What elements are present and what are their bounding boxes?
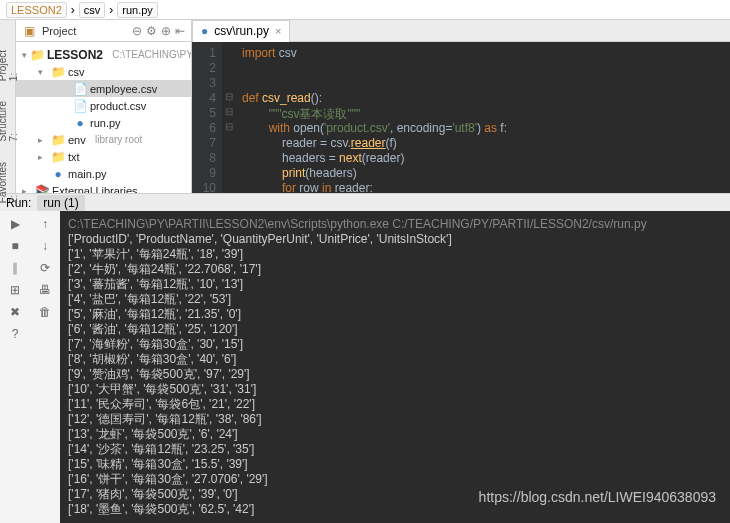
line-gutter: 12345678910	[192, 42, 222, 193]
breadcrumb-sep: ›	[71, 3, 75, 17]
structure-tool-tab[interactable]: 7: Structure	[0, 101, 19, 142]
down-icon[interactable]: ↓	[42, 239, 48, 253]
tool-window-bar-left: 1: Project 7: Structure 2: Favorites	[0, 20, 16, 193]
folder-icon: 📁	[51, 134, 65, 146]
python-file-icon: ●	[201, 24, 208, 38]
project-sidebar-header: ▣ Project ⊖ ⚙ ⊕ ⇤	[16, 20, 191, 42]
tree-folder-txt[interactable]: ▸📁 txt	[16, 148, 191, 165]
tree-file-main[interactable]: ● main.py	[16, 165, 191, 182]
locate-icon[interactable]: ⊕	[161, 24, 171, 38]
breadcrumb-root[interactable]: LESSON2	[6, 2, 67, 18]
close-icon[interactable]: ×	[275, 25, 281, 37]
tree-root[interactable]: ▾📁 LESSON2 C:\TEACHING\PY	[16, 46, 191, 63]
pause-icon[interactable]: ∥	[12, 261, 18, 275]
editor-tab-bar: ● csv\run.py ×	[192, 20, 730, 42]
libraries-icon: 📚	[35, 185, 49, 194]
tree-file-run[interactable]: ● run.py	[16, 114, 191, 131]
project-icon: ▣	[22, 25, 36, 37]
run-config-tab[interactable]: run (1)	[37, 195, 84, 211]
file-icon: 📄	[73, 100, 87, 112]
python-file-icon: ●	[73, 117, 87, 129]
gear-icon[interactable]: ⚙	[146, 24, 157, 38]
editor-tab-label: csv\run.py	[214, 24, 269, 38]
up-icon[interactable]: ↑	[42, 217, 48, 231]
print-icon[interactable]: 🖶	[39, 283, 51, 297]
code-content[interactable]: import csv def csv_read(): """csv基本读取"""…	[236, 42, 730, 193]
restore-icon[interactable]: ⟳	[40, 261, 50, 275]
remove-icon[interactable]: ✖	[10, 305, 20, 319]
editor-area: ● csv\run.py × 12345678910 ⊟⊟⊟ import cs…	[192, 20, 730, 193]
project-tab-label[interactable]: Project	[42, 25, 76, 37]
hide-icon[interactable]: ⇤	[175, 24, 185, 38]
editor-tab-run[interactable]: ● csv\run.py ×	[192, 20, 290, 42]
folder-icon: 📁	[30, 49, 44, 61]
python-file-icon: ●	[51, 168, 65, 180]
breadcrumb-sep: ›	[109, 3, 113, 17]
fold-gutter[interactable]: ⊟⊟⊟	[222, 42, 236, 193]
favorites-tool-tab[interactable]: 2: Favorites	[0, 162, 19, 203]
dump-icon[interactable]: ⊞	[10, 283, 20, 297]
breadcrumb-mid[interactable]: csv	[79, 2, 106, 18]
tree-folder-env[interactable]: ▸📁 env library root	[16, 131, 191, 148]
breadcrumb: LESSON2 › csv › run.py	[0, 0, 730, 20]
help-icon[interactable]: ?	[12, 327, 19, 341]
run-toolbar: ▶ ■ ∥ ⊞ ✖ ? ↑ ↓ ⟳ 🖶 🗑	[0, 211, 60, 523]
tree-file-product[interactable]: 📄 product.csv	[16, 97, 191, 114]
file-icon: 📄	[73, 83, 87, 95]
tree-external-libs[interactable]: ▸📚 External Libraries	[16, 182, 191, 193]
folder-icon: 📁	[51, 66, 65, 78]
stop-icon[interactable]: ■	[11, 239, 18, 253]
run-toolwindow-header: Run: run (1)	[0, 193, 730, 211]
trash-icon[interactable]: 🗑	[39, 305, 51, 319]
breadcrumb-leaf[interactable]: run.py	[117, 2, 158, 18]
folder-icon: 📁	[51, 151, 65, 163]
rerun-icon[interactable]: ▶	[11, 217, 20, 231]
project-tool-tab[interactable]: 1: Project	[0, 50, 19, 81]
run-console: ▶ ■ ∥ ⊞ ✖ ? ↑ ↓ ⟳ 🖶 🗑 C:\TEACHING\PY\PAR…	[0, 211, 730, 523]
collapse-icon[interactable]: ⊖	[132, 24, 142, 38]
code-editor[interactable]: 12345678910 ⊟⊟⊟ import csv def csv_read(…	[192, 42, 730, 193]
console-output[interactable]: C:\TEACHING\PY\PARTII\LESSON2\env\Script…	[60, 211, 730, 523]
tree-folder-csv[interactable]: ▾📁 csv	[16, 63, 191, 80]
project-tree[interactable]: ▾📁 LESSON2 C:\TEACHING\PY ▾📁 csv 📄 emplo…	[16, 42, 191, 193]
tree-file-employee[interactable]: 📄 employee.csv	[16, 80, 191, 97]
project-sidebar: ▣ Project ⊖ ⚙ ⊕ ⇤ ▾📁 LESSON2 C:\TEACHING…	[16, 20, 192, 193]
